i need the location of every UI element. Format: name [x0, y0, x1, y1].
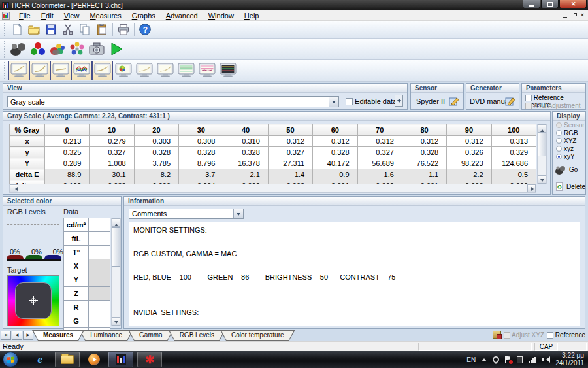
data-cell[interactable]: 27.311	[268, 158, 312, 169]
start-button[interactable]	[3, 352, 18, 367]
data-cell[interactable]: 1.4	[268, 169, 312, 180]
near-black-view-button[interactable]	[50, 61, 71, 80]
help-button[interactable]: ?	[137, 22, 154, 37]
view-dropdown[interactable]: Gray scale	[7, 96, 339, 107]
document-icon[interactable]	[2, 12, 10, 20]
cut-button[interactable]	[59, 22, 76, 37]
near-white-view-button[interactable]	[92, 61, 113, 80]
display-option-xyz[interactable]: xyz	[553, 144, 585, 152]
taskbar-explorer-button[interactable]	[55, 352, 80, 367]
data-cell[interactable]: 0.313	[491, 136, 536, 147]
scrollbar-thumb[interactable]	[538, 133, 546, 156]
data-cell[interactable]: 56.689	[357, 158, 402, 169]
scroll-up-icon[interactable]	[112, 218, 120, 227]
data-cell[interactable]: 0.328	[179, 147, 223, 158]
data-cell[interactable]: 124.686	[491, 158, 536, 169]
menu-advanced[interactable]: Advanced	[161, 11, 203, 20]
data-row-value[interactable]	[89, 314, 110, 328]
data-cell[interactable]: 0.327	[357, 147, 402, 158]
grayscale-vertical-scrollbar[interactable]	[537, 124, 547, 184]
display-option-xyy[interactable]: xyY	[553, 152, 585, 160]
volume-icon[interactable]	[542, 356, 549, 363]
menu-graphs[interactable]: Graphs	[127, 11, 161, 20]
data-cell[interactable]: 2.2	[447, 169, 491, 180]
scroll-up-icon[interactable]	[538, 124, 546, 133]
radio-icon[interactable]	[556, 138, 562, 144]
display-option-xyz[interactable]: XYZ	[553, 137, 585, 144]
clipboard-icon[interactable]	[517, 356, 523, 363]
data-cell[interactable]: 0.325	[45, 147, 90, 158]
comments-textarea[interactable]: MONITOR SETTINGS: RGB CUSTOM, GAMMA = MA…	[129, 222, 580, 326]
menu-window[interactable]: Window	[203, 11, 239, 20]
display-option-rgb[interactable]: RGB	[553, 129, 585, 137]
data-cell[interactable]: 0.329	[491, 147, 536, 158]
continuous-measure-button[interactable]	[67, 39, 87, 59]
sensor-config-button[interactable]	[448, 95, 460, 108]
chevron-down-icon[interactable]	[329, 97, 338, 107]
measures-pink-view-button[interactable]	[197, 61, 218, 80]
menu-edit[interactable]: Edit	[36, 11, 59, 20]
data-cell[interactable]: 3.7	[179, 169, 223, 180]
radio-icon[interactable]	[556, 146, 562, 152]
tab-luminance[interactable]: Luminance	[79, 330, 133, 341]
gamma-view-button[interactable]	[29, 61, 50, 80]
data-cell[interactable]: 88.9	[45, 169, 90, 180]
chevron-down-icon[interactable]	[233, 209, 243, 218]
tab-nav-prev[interactable]: ◄	[12, 331, 22, 340]
data-cell[interactable]: 76.522	[402, 158, 446, 169]
taskbar-ie-button[interactable]: e	[30, 352, 50, 367]
data-cell[interactable]: 0.9	[313, 169, 357, 180]
data-cell[interactable]: 98.223	[447, 158, 491, 169]
menu-file[interactable]: File	[14, 11, 36, 20]
menu-measures[interactable]: Measures	[84, 11, 126, 20]
sensor-button[interactable]	[8, 39, 28, 59]
gamma-alt-view-button[interactable]	[155, 61, 176, 80]
view-spinner[interactable]	[395, 95, 403, 107]
save-button[interactable]	[42, 22, 59, 37]
editable-data-checkbox[interactable]: Editable data	[346, 97, 397, 105]
scrollbar-thumb[interactable]	[112, 227, 120, 267]
scroll-left-icon[interactable]	[10, 184, 18, 192]
radio-icon[interactable]	[556, 130, 562, 136]
data-cell[interactable]: 0.312	[447, 136, 491, 147]
data-cell[interactable]: 0.279	[90, 136, 134, 147]
mdi-close-icon[interactable]: ×	[581, 12, 584, 19]
measures-dark-view-button[interactable]	[218, 61, 238, 80]
menu-view[interactable]: View	[59, 11, 85, 20]
free-measure-button[interactable]	[28, 39, 48, 59]
security-icon[interactable]	[491, 355, 500, 364]
data-cell[interactable]: 0.328	[223, 147, 268, 158]
cie-chart-view-button[interactable]	[113, 61, 134, 80]
radio-icon[interactable]	[556, 154, 562, 159]
primaries-measure-button[interactable]	[48, 39, 67, 59]
data-cell[interactable]: 0.303	[134, 136, 178, 147]
taskbar-wmp-button[interactable]	[84, 352, 105, 367]
minimize-button[interactable]	[523, 0, 540, 8]
data-cell[interactable]: 8.796	[179, 158, 223, 169]
delete-button[interactable]: ♻ Delete	[553, 178, 585, 195]
snapshot-button[interactable]	[87, 39, 106, 59]
tab-measures[interactable]: Measures	[32, 330, 84, 341]
data-cell[interactable]: 0.289	[45, 158, 90, 169]
clock[interactable]: 3:22 μμ 24/1/2011	[555, 352, 584, 367]
print-button[interactable]	[115, 22, 132, 37]
go-button[interactable]: Go	[553, 161, 585, 178]
tab-nav-close[interactable]: ×	[1, 331, 11, 340]
data-cell[interactable]: 0.308	[179, 136, 223, 147]
taskbar-redapp-button[interactable]: ✱	[137, 352, 162, 367]
data-table-scrollbar[interactable]	[111, 218, 121, 326]
measures-green-view-button[interactable]	[176, 61, 197, 80]
menu-help[interactable]: Help	[239, 11, 265, 20]
run-button[interactable]	[106, 39, 126, 59]
data-row-value[interactable]	[89, 287, 110, 301]
rgb-levels-view-button[interactable]	[71, 61, 92, 80]
data-cell[interactable]: 2.1	[223, 169, 268, 180]
data-row-value[interactable]	[89, 273, 110, 287]
luminance-view-button[interactable]	[8, 61, 29, 80]
data-cell[interactable]: 0.213	[45, 136, 90, 147]
mdi-minimize-icon[interactable]	[563, 17, 567, 18]
close-button[interactable]: ✕	[559, 0, 587, 8]
grayscale-horizontal-scrollbar[interactable]	[9, 184, 536, 193]
data-cell[interactable]: 1.1	[402, 169, 446, 180]
data-cell[interactable]: 0.326	[447, 147, 491, 158]
